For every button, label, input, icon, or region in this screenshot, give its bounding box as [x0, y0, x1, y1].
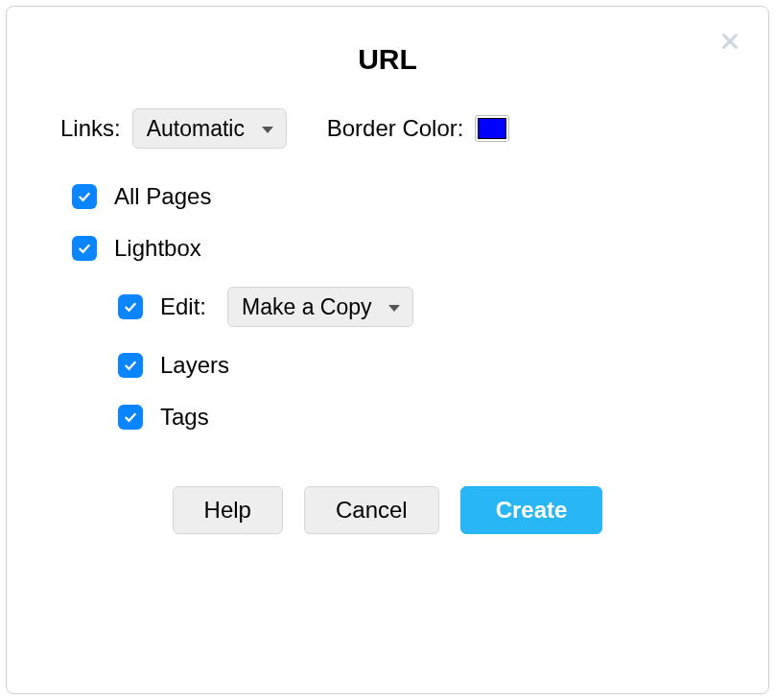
lightbox-label: Lightbox	[114, 235, 201, 262]
check-icon	[122, 408, 139, 426]
links-select[interactable]: Automatic	[132, 108, 287, 149]
close-button[interactable]	[716, 28, 743, 55]
lightbox-checkbox[interactable]	[72, 236, 97, 261]
layers-label: Layers	[160, 352, 229, 379]
url-dialog: URL Links: Automatic Border Color: All P…	[6, 6, 769, 694]
edit-label: Edit:	[160, 293, 206, 320]
tags-row: Tags	[118, 404, 715, 431]
all-pages-checkbox[interactable]	[72, 184, 97, 209]
help-button[interactable]: Help	[173, 486, 283, 534]
layers-checkbox[interactable]	[118, 353, 143, 378]
edit-select[interactable]: Make a Copy	[227, 287, 413, 327]
edit-checkbox[interactable]	[118, 294, 143, 319]
all-pages-row: All Pages	[72, 183, 715, 210]
cancel-button[interactable]: Cancel	[304, 486, 439, 534]
close-icon	[719, 31, 740, 52]
dialog-title: URL	[60, 43, 715, 76]
options-group: All Pages Lightbox Edit: Make a Copy L	[72, 183, 715, 431]
all-pages-label: All Pages	[114, 183, 211, 210]
border-color-swatch	[478, 118, 506, 139]
check-icon	[122, 357, 139, 374]
lightbox-row: Lightbox	[72, 235, 715, 262]
create-button[interactable]: Create	[460, 486, 603, 534]
check-icon	[122, 298, 139, 315]
border-color-label: Border Color:	[327, 115, 464, 142]
edit-select-wrap: Make a Copy	[227, 287, 413, 327]
border-color-picker[interactable]	[475, 115, 509, 142]
links-border-row: Links: Automatic Border Color:	[60, 108, 715, 149]
tags-checkbox[interactable]	[118, 405, 143, 430]
check-icon	[76, 188, 93, 205]
links-select-wrap: Automatic	[132, 108, 287, 149]
edit-row: Edit: Make a Copy	[118, 287, 715, 327]
links-label: Links:	[60, 115, 121, 142]
button-row: Help Cancel Create	[60, 486, 715, 534]
check-icon	[76, 240, 93, 257]
layers-row: Layers	[118, 352, 715, 379]
tags-label: Tags	[160, 404, 209, 431]
